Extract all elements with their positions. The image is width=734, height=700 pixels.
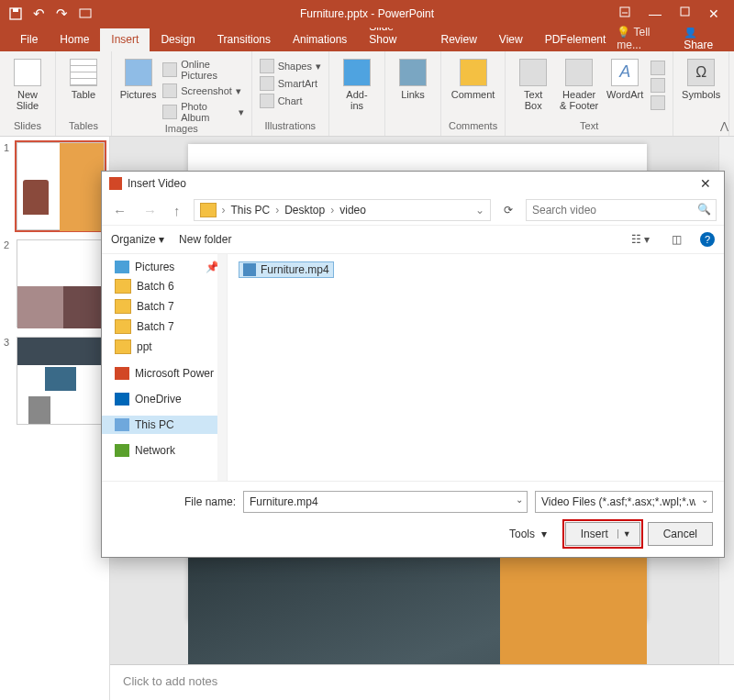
tree-item-batch7b[interactable]: Batch 7 [102, 317, 227, 337]
links-button[interactable]: Links [393, 55, 433, 100]
tree-item-batch7[interactable]: Batch 7 [102, 296, 227, 317]
refresh-icon[interactable]: ⟳ [500, 202, 517, 218]
ribbon-tabs: File Home Insert Design Transitions Anim… [0, 28, 734, 51]
preview-pane-icon[interactable]: ◫ [668, 231, 685, 248]
breadcrumb[interactable]: ›This PC ›Desktop ›video ⌄ [194, 199, 492, 221]
insert-video-dialog: Insert Video ✕ ← → ↑ ›This PC ›Desktop ›… [101, 171, 725, 558]
notes-pane[interactable]: Click to add notes [110, 664, 734, 700]
tree-item-ppt[interactable]: ppt [102, 337, 227, 357]
date-time-icon[interactable] [651, 61, 665, 75]
comment-button[interactable]: Comment [453, 55, 494, 100]
help-icon[interactable]: ? [700, 232, 715, 247]
tree-scrollbar[interactable] [217, 254, 227, 481]
pictures-button[interactable]: Pictures [119, 55, 157, 100]
ribbon-options-icon[interactable] [619, 6, 630, 21]
nav-back-icon[interactable]: ← [109, 201, 130, 220]
redo-icon[interactable]: ↷ [56, 6, 68, 22]
svg-rect-2 [80, 9, 91, 17]
tree-item-pictures[interactable]: Pictures📌 [102, 258, 227, 276]
slide-thumbnails: 1 2 3 [0, 137, 110, 700]
search-icon[interactable]: 🔍 [697, 203, 711, 216]
tab-pdfelement[interactable]: PDFelement [534, 28, 617, 51]
new-folder-button[interactable]: New folder [179, 233, 231, 246]
search-input[interactable] [526, 199, 717, 221]
group-label-comments: Comments [449, 120, 497, 134]
group-label-tables: Tables [69, 120, 98, 134]
file-filter-dropdown[interactable]: Video Files (*.asf;*.asx;*.wpl;*.w⌄ [535, 491, 713, 513]
tab-file[interactable]: File [9, 28, 49, 51]
slide-number-icon[interactable] [651, 78, 665, 93]
svg-rect-1 [13, 8, 18, 12]
dialog-titlebar: Insert Video ✕ [102, 172, 724, 195]
file-item[interactable]: Furniture.mp4 [239, 261, 334, 278]
slide-thumbnail-2[interactable] [17, 239, 105, 328]
slide-thumbnail-3[interactable] [17, 337, 105, 425]
table-button[interactable]: Table [63, 55, 104, 100]
tab-animations[interactable]: Animations [282, 28, 358, 51]
tab-transitions[interactable]: Transitions [206, 28, 282, 51]
tab-home[interactable]: Home [49, 28, 100, 51]
collapse-ribbon-icon[interactable]: ⋀ [720, 120, 728, 132]
insert-button[interactable]: Insert▼ [565, 522, 640, 546]
video-file-icon [243, 263, 256, 276]
online-pictures-button[interactable]: Online Pictures [162, 59, 244, 81]
tab-review[interactable]: Review [429, 28, 487, 51]
file-list[interactable]: Furniture.mp4 [228, 254, 724, 481]
photo-album-button[interactable]: Photo Album ▾ [162, 101, 244, 123]
cancel-button[interactable]: Cancel [648, 522, 713, 546]
group-label-illustrations: Illustrations [264, 120, 316, 134]
file-name-label: File name: [113, 495, 236, 508]
object-icon[interactable] [651, 95, 665, 110]
folder-tree: Pictures📌 Batch 6 Batch 7 Batch 7 ppt Mi… [102, 254, 228, 481]
tree-item-network[interactable]: Network [102, 441, 227, 460]
view-mode-icon[interactable]: ☷ ▾ [628, 231, 653, 248]
shapes-button[interactable]: Shapes ▾ [260, 59, 321, 73]
save-icon[interactable] [9, 7, 22, 20]
minimize-icon[interactable]: — [649, 6, 662, 21]
tree-item-mspower[interactable]: Microsoft Power [102, 364, 227, 383]
start-slideshow-icon[interactable] [79, 7, 92, 20]
thumb-number: 3 [4, 337, 13, 425]
share-button[interactable]: 👤 Share [684, 26, 725, 51]
ribbon: New Slide Slides Table Tables Pictures O… [0, 51, 734, 137]
text-box-button[interactable]: Text Box [513, 55, 553, 111]
tree-item-thispc[interactable]: This PC [102, 416, 227, 434]
tree-item-onedrive[interactable]: OneDrive [102, 390, 227, 408]
nav-up-icon[interactable]: ↑ [170, 201, 184, 220]
undo-icon[interactable]: ↶ [33, 6, 45, 22]
tell-me[interactable]: 💡 Tell me... [617, 26, 671, 51]
header-footer-button[interactable]: Header & Footer [559, 55, 599, 111]
folder-icon [200, 203, 217, 217]
nav-forward-icon[interactable]: → [139, 201, 161, 220]
tab-view[interactable]: View [488, 28, 534, 51]
close-icon[interactable]: ✕ [708, 6, 719, 21]
thumb-number: 2 [4, 239, 13, 328]
thumb-number: 1 [4, 142, 13, 230]
tab-insert[interactable]: Insert [100, 28, 150, 51]
symbols-button[interactable]: ΩSymbols [681, 55, 721, 100]
dialog-title: Insert Video [128, 177, 186, 190]
window-title: Furniture.pptx - PowerPoint [300, 7, 434, 20]
tools-button[interactable]: Tools ▾ [509, 528, 547, 540]
new-slide-button[interactable]: New Slide [7, 55, 48, 111]
dialog-close-icon[interactable]: ✕ [695, 174, 717, 193]
group-label-text: Text [580, 120, 598, 134]
tree-item-batch6[interactable]: Batch 6 [102, 276, 227, 296]
tab-design[interactable]: Design [150, 28, 206, 51]
smartart-button[interactable]: SmartArt [260, 76, 321, 91]
svg-rect-3 [620, 7, 629, 17]
screenshot-button[interactable]: Screenshot ▾ [162, 83, 244, 98]
wordart-button[interactable]: AWordArt [605, 55, 645, 100]
title-bar: ↶ ↷ Furniture.pptx - PowerPoint — ✕ [0, 0, 734, 28]
organize-button[interactable]: Organize ▾ [111, 233, 164, 246]
group-label-slides: Slides [14, 120, 41, 134]
addins-button[interactable]: Add- ins [337, 55, 377, 111]
slide-thumbnail-1[interactable] [17, 142, 105, 230]
chart-button[interactable]: Chart [260, 94, 321, 108]
group-label-images: Images [165, 123, 198, 137]
svg-rect-5 [681, 7, 689, 16]
maximize-icon[interactable] [680, 6, 690, 21]
file-name-input[interactable]: Furniture.mp4⌄ [243, 491, 528, 513]
powerpoint-icon [109, 177, 122, 190]
